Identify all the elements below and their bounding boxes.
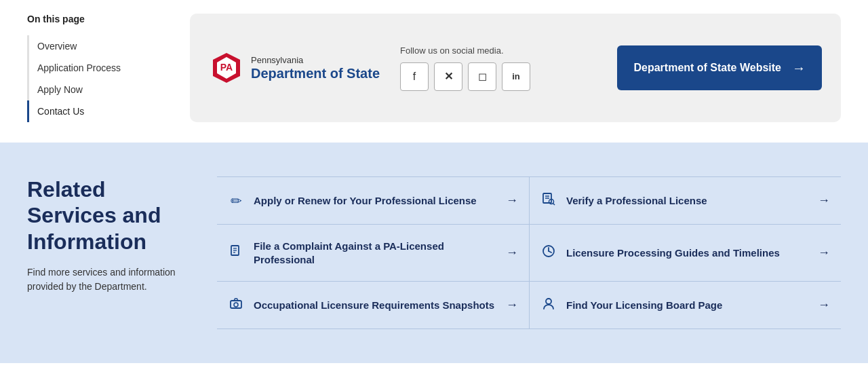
- nav-item-contact-us[interactable]: Contact Us: [27, 100, 163, 122]
- nav-item-application-process[interactable]: Application Process: [27, 57, 163, 79]
- document-icon: [228, 244, 244, 261]
- pa-logo-icon: PA: [209, 50, 244, 86]
- service-find-board-arrow: →: [818, 298, 830, 312]
- pennsylvania-label: Pennsylvania: [251, 55, 380, 65]
- linkedin-button[interactable]: in: [502, 62, 530, 91]
- service-file-complaint-label: File a Complaint Against a PA-Licensed P…: [254, 240, 496, 266]
- bottom-section: Related Services and Information Find mo…: [0, 143, 868, 363]
- service-licensure-guides[interactable]: Licensure Processing Guides and Timeline…: [529, 225, 841, 282]
- page-nav: On this page Overview Application Proces…: [27, 14, 163, 122]
- dept-website-button[interactable]: Department of State Website →: [617, 45, 822, 90]
- service-occupational-licensure-arrow: →: [506, 298, 518, 312]
- related-services-description: Find more services and information provi…: [27, 265, 190, 294]
- service-apply-renew-arrow: →: [506, 193, 518, 208]
- twitter-x-button[interactable]: ✕: [434, 62, 462, 91]
- linkedin-icon: in: [512, 71, 520, 81]
- magnify-icon: [540, 192, 557, 209]
- nav-list: Overview Application Process Apply Now C…: [27, 35, 163, 122]
- svg-line-8: [553, 204, 555, 206]
- svg-line-15: [549, 251, 551, 252]
- services-grid: ✏ Apply or Renew for Your Professional L…: [217, 176, 841, 329]
- service-occupational-licensure[interactable]: Occupational Licensure Requirements Snap…: [217, 282, 529, 329]
- facebook-button[interactable]: f: [400, 62, 429, 91]
- instagram-button[interactable]: ◻: [468, 62, 496, 91]
- nav-item-apply-now[interactable]: Apply Now: [27, 79, 163, 100]
- service-find-board[interactable]: Find Your Licensing Board Page →: [529, 282, 841, 329]
- svg-point-17: [234, 303, 238, 307]
- related-services-title: Related Services and Information: [27, 176, 190, 255]
- service-find-board-label: Find Your Licensing Board Page: [566, 299, 808, 312]
- related-heading: Related Services and Information Find mo…: [27, 176, 190, 329]
- svg-point-18: [546, 299, 551, 304]
- instagram-icon: ◻: [478, 70, 487, 83]
- twitter-x-icon: ✕: [444, 70, 453, 83]
- service-licensure-guides-arrow: →: [818, 246, 830, 260]
- service-apply-renew[interactable]: ✏ Apply or Renew for Your Professional L…: [217, 177, 529, 225]
- pencil-icon: ✏: [228, 193, 244, 209]
- top-section: On this page Overview Application Proces…: [0, 0, 868, 143]
- social-icons: f ✕ ◻ in: [400, 62, 530, 91]
- pa-logo-text: Pennsylvania Department of State: [251, 55, 380, 81]
- social-section: Follow us on social media. f ✕ ◻ in: [400, 45, 597, 91]
- dept-name-label: Department of State: [251, 65, 380, 81]
- service-verify-license-arrow: →: [818, 193, 830, 208]
- service-apply-renew-label: Apply or Renew for Your Professional Lic…: [254, 194, 496, 208]
- clock-icon: [540, 244, 557, 261]
- person-icon: [540, 297, 557, 314]
- svg-text:PA: PA: [220, 62, 233, 73]
- service-verify-license-label: Verify a Professional License: [566, 194, 808, 208]
- promo-card: PA Pennsylvania Department of State Foll…: [190, 14, 841, 122]
- dept-website-arrow: →: [792, 59, 806, 77]
- service-verify-license[interactable]: Verify a Professional License →: [529, 177, 841, 225]
- service-occupational-licensure-label: Occupational Licensure Requirements Snap…: [254, 299, 496, 312]
- pa-logo: PA Pennsylvania Department of State: [209, 50, 380, 86]
- on-this-page-label: On this page: [27, 14, 163, 24]
- camera-icon: [228, 297, 244, 314]
- dept-website-label: Department of State Website: [633, 61, 781, 75]
- nav-item-overview[interactable]: Overview: [27, 35, 163, 57]
- service-file-complaint[interactable]: File a Complaint Against a PA-Licensed P…: [217, 225, 529, 282]
- service-licensure-guides-label: Licensure Processing Guides and Timeline…: [566, 246, 808, 260]
- facebook-icon: f: [413, 71, 416, 83]
- follow-label: Follow us on social media.: [400, 45, 503, 56]
- service-file-complaint-arrow: →: [506, 246, 518, 260]
